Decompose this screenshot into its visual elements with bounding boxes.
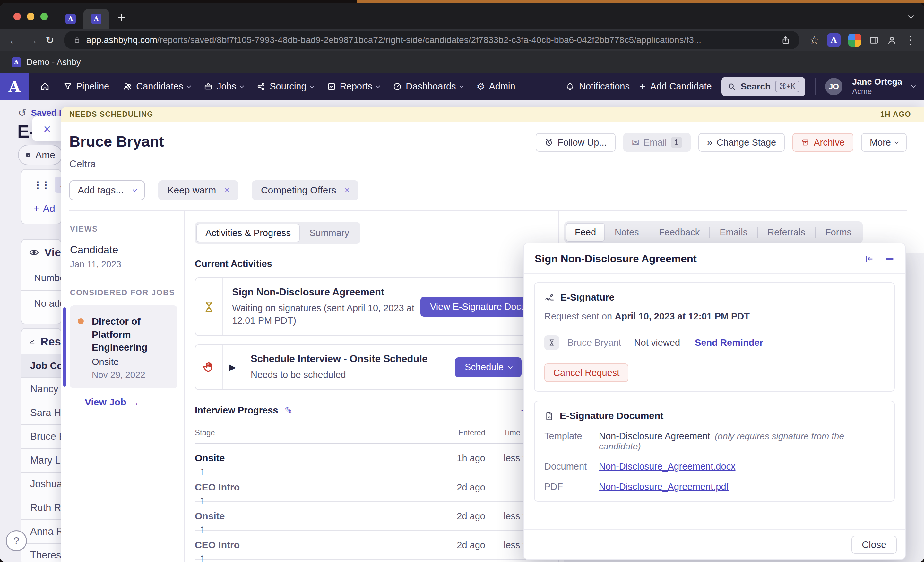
search-button[interactable]: Search ⌘+K [722,77,805,96]
job-card[interactable]: Director of Platform Engineering Onsite … [70,306,177,388]
nav-item-pipeline[interactable]: Pipeline [57,81,116,92]
cancel-request-button[interactable]: Cancel Request [544,363,628,382]
nav-item-dashboards[interactable]: Dashboards [386,81,470,92]
archive-button[interactable]: Archive [792,133,854,152]
chevron-down-icon[interactable] [911,83,916,88]
tab-emails[interactable]: Emails [710,223,757,241]
nav-item-sourcing[interactable]: Sourcing [250,81,320,92]
avatar[interactable]: JO [825,78,843,95]
email-button[interactable]: ✉ Email i [623,133,691,152]
new-tab-button[interactable]: + [117,10,126,25]
briefcase-icon [204,82,213,91]
follow-up-button[interactable]: Follow Up... [536,133,615,152]
view-job-link[interactable]: View Job → [85,397,177,408]
tab-summary[interactable]: Summary [300,223,359,242]
result-row[interactable]: Theresa [21,543,61,562]
share-icon[interactable] [781,35,790,45]
tab-feed[interactable]: Feed [566,223,605,241]
stage-name: Onsite [195,511,437,522]
browser-tab-inactive[interactable]: A [58,9,84,29]
nav-item-reports[interactable]: Reports [320,81,386,92]
ashby-extension-icon[interactable]: A [827,33,840,47]
drag-handle-icon[interactable]: ⋮⋮ [33,180,50,190]
forward-button[interactable]: → [27,34,38,45]
tab-feedback[interactable]: Feedback [649,223,709,241]
document-docx-link[interactable]: Non-Disclosure_Agreement.docx [599,461,736,472]
user-menu[interactable]: Jane Ortega Acme [852,76,902,96]
tab-search-chevron-icon[interactable] [909,13,913,19]
edit-pencil-icon[interactable]: ✎ [285,405,293,416]
add-tags-dropdown[interactable]: Add tags... [69,180,145,200]
back-button[interactable]: ← [8,34,19,45]
results-column-header[interactable]: Job Cor [21,354,61,377]
activity-title: Sign Non-Disclosure Agreement [232,286,417,298]
nav-item-admin[interactable]: ⚙ Admin [470,81,522,92]
report-row[interactable]: Numbe [21,265,61,290]
notifications-button[interactable]: Notifications [566,81,630,92]
needs-scheduling-banner: NEEDS SCHEDULING 1H AGO [61,107,924,121]
result-row[interactable]: Joshua [21,472,61,496]
hourglass-icon [548,339,555,346]
table-row[interactable]: ↑ Onsite 2d ago less th [195,501,558,530]
remove-tag-icon[interactable]: × [345,186,350,195]
tab-activities-progress[interactable]: Activities & Progress [196,223,300,242]
divider [815,78,816,95]
zoom-window-button[interactable] [40,13,48,20]
table-row[interactable]: ↑ CEO Intro 2d ago [195,472,558,501]
add-candidate-button[interactable]: + Add Candidate [639,80,712,93]
more-button[interactable]: More [861,133,907,152]
close-button[interactable]: Close [852,536,897,554]
nav-item-home[interactable] [33,82,57,91]
archive-icon [801,138,809,147]
chevron-down-icon [132,187,137,192]
schedule-button[interactable]: Schedule [455,357,522,377]
report-row[interactable]: No add [21,290,61,316]
result-row[interactable]: Sara Hu [21,401,61,424]
result-row[interactable]: Bruce B [21,424,61,448]
pdf-label: PDF [544,481,599,492]
result-row[interactable]: Mary La [21,448,61,472]
tab-forms[interactable]: Forms [816,223,861,241]
add-field-link[interactable]: + Ad [33,202,61,215]
dock-panel-icon[interactable] [865,254,874,264]
timezone-pill[interactable]: Ame [18,145,62,165]
tab-notes[interactable]: Notes [605,223,649,241]
minimize-window-button[interactable] [27,13,34,20]
reload-button[interactable]: ↻ [46,35,54,45]
nav-item-jobs[interactable]: Jobs [197,81,250,92]
tab-referrals[interactable]: Referrals [758,223,815,241]
nav-item-label: Jobs [217,81,236,92]
change-stage-label: Change Stage [717,137,776,148]
remove-tag-icon[interactable]: × [224,186,230,195]
play-icon[interactable]: ▶ [223,345,242,390]
change-stage-button[interactable]: » Change Stage [698,133,785,152]
chart-line-icon [29,336,35,347]
close-window-button[interactable] [14,13,21,20]
side-panel-icon[interactable] [869,35,879,45]
panel-close-button[interactable]: × [32,117,62,141]
ashby-logo[interactable]: A [0,73,29,100]
table-row[interactable]: Onsite 1h ago less th [195,444,558,472]
sidebar-item-candidate[interactable]: Candidate [70,244,177,256]
browser-menu-icon[interactable]: ⋮ [905,33,916,47]
minimize-icon[interactable] [886,258,894,259]
result-row[interactable]: Nancy [21,377,61,401]
browser-tab-active[interactable]: A [84,9,109,29]
document-icon [544,411,554,421]
table-row[interactable]: ↑ CEO Intro 2d ago less th [195,530,558,559]
result-row[interactable]: Ruth Ro [21,496,61,519]
nav-item-candidates[interactable]: Candidates [116,81,197,92]
bookmark-star-icon[interactable]: ☆ [809,33,819,47]
address-bar[interactable]: app.ashbyhq.com/reports/saved/8bf7f105-7… [64,31,800,49]
extension-icon[interactable] [848,34,861,46]
profile-icon[interactable] [887,35,897,45]
chevron-down-icon [508,364,513,369]
help-button[interactable]: ? [6,530,27,552]
interview-progress-heading: Interview Progress [195,405,278,416]
result-row[interactable]: Anna R [21,519,61,543]
document-pdf-link[interactable]: Non-Disclosure_Agreement.pdf [599,481,729,492]
send-reminder-link[interactable]: Send Reminder [695,337,763,348]
bookmark-demo-ashby[interactable]: Demo - Ashby [26,57,81,67]
field-chip[interactable]: Jo [54,177,62,193]
table-row[interactable]: ↑ Hiring Manager Phone Screen 2d ago les… [195,559,558,562]
